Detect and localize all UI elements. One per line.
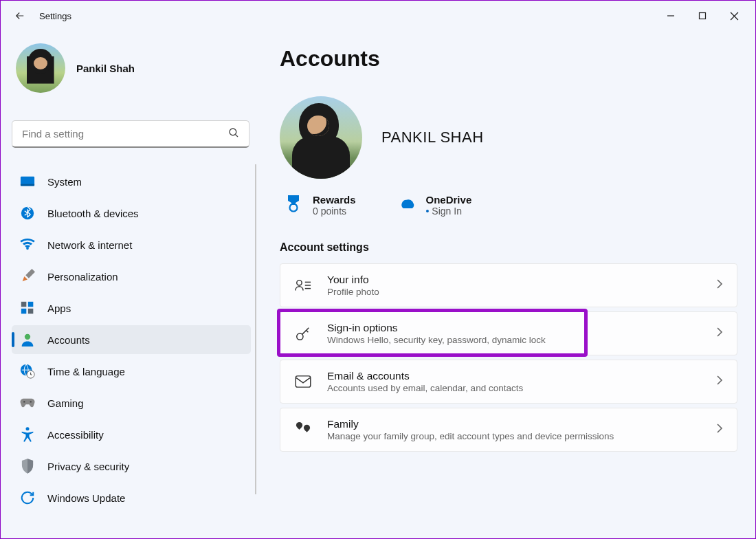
rewards-tile[interactable]: Rewards 0 points [284,194,356,217]
card-sub: Manage your family group, edit account t… [327,431,614,441]
svg-point-18 [297,280,302,285]
back-button[interactable] [6,2,34,30]
sidebar-item-network[interactable]: Network & internet [12,230,251,259]
nav-scrollbar[interactable] [255,164,256,494]
globe-clock-icon [20,364,35,379]
card-title: Sign-in options [327,322,546,334]
page-title: Accounts [280,46,737,72]
svg-rect-1 [700,13,706,19]
sidebar-item-gaming[interactable]: Gaming [12,388,251,417]
rewards-title: Rewards [313,194,356,206]
svg-point-17 [290,204,298,212]
card-sub: Windows Hello, security key, password, d… [327,335,546,345]
sidebar-item-privacy[interactable]: Privacy & security [12,452,251,481]
sidebar-item-personalization[interactable]: Personalization [12,262,251,291]
card-sub: Accounts used by email, calendar, and co… [327,383,523,393]
accessibility-icon [20,427,35,442]
chevron-right-icon [716,423,723,437]
card-signin-options[interactable]: Sign-in options Windows Hello, security … [280,311,737,355]
card-title: Email & accounts [327,370,523,382]
svg-rect-8 [28,302,34,307]
svg-point-15 [30,401,32,402]
account-name: PANKIL SHAH [381,129,484,146]
sidebar-item-label: System [47,176,82,188]
sidebar-item-label: Accounts [47,334,90,346]
profile-name: Pankil Shah [76,63,135,74]
onedrive-tile[interactable]: OneDrive Sign In [397,194,472,217]
sidebar-item-label: Apps [47,302,71,314]
svg-rect-9 [21,309,26,314]
sidebar-item-label: Accessibility [47,429,104,441]
profile-block[interactable]: Pankil Shah [12,43,255,93]
chevron-right-icon [716,278,723,292]
wifi-icon [20,237,35,252]
chevron-right-icon [716,375,723,388]
app-title: Settings [39,11,71,21]
sidebar: Pankil Shah System Bluetooth & devices N… [1,31,255,538]
onedrive-sub: Sign In [426,206,472,217]
search-icon [227,126,240,142]
svg-rect-5 [21,184,34,186]
search-wrap [12,120,249,148]
nav: System Bluetooth & devices Network & int… [12,167,255,512]
sidebar-item-update[interactable]: Windows Update [12,483,251,512]
minimize-icon [667,12,675,20]
key-icon [294,324,312,342]
avatar [16,43,65,93]
sidebar-item-accounts[interactable]: Accounts [12,325,251,354]
person-icon [20,332,35,347]
main: Accounts PANKIL SHAH Rewards 0 points [255,31,755,538]
svg-rect-23 [296,376,311,387]
rewards-icon [284,194,303,213]
svg-point-14 [23,401,25,402]
back-arrow-icon [14,10,26,22]
onedrive-icon [397,194,416,213]
section-label: Account settings [280,241,737,254]
account-header: PANKIL SHAH [280,96,737,179]
svg-rect-10 [28,309,34,314]
maximize-button[interactable] [687,5,718,27]
sidebar-item-label: Personalization [47,271,118,283]
card-sub: Profile photo [327,287,379,297]
system-icon [20,174,35,189]
update-icon [20,490,35,505]
titlebar: Settings [1,1,755,31]
your-info-icon [294,276,312,294]
svg-point-11 [25,334,30,340]
close-button[interactable] [718,5,750,27]
rewards-sub: 0 points [313,206,356,217]
svg-line-3 [235,134,238,137]
sidebar-item-system[interactable]: System [12,167,251,196]
account-avatar [280,96,362,179]
sidebar-item-label: Network & internet [47,239,132,251]
paintbrush-icon [20,269,35,284]
sidebar-item-time[interactable]: Time & language [12,357,251,386]
sidebar-item-label: Time & language [47,366,125,377]
apps-icon [20,300,35,316]
svg-rect-7 [21,302,26,307]
svg-point-16 [26,427,30,430]
sidebar-item-accessibility[interactable]: Accessibility [12,420,251,449]
window-controls [655,5,750,27]
sidebar-item-apps[interactable]: Apps [12,294,251,322]
card-family[interactable]: Family Manage your family group, edit ac… [280,408,737,452]
card-email-accounts[interactable]: Email & accounts Accounts used by email,… [280,360,737,404]
bluetooth-icon [20,206,35,221]
card-title: Family [327,418,614,430]
maximize-icon [698,12,707,20]
sidebar-item-bluetooth[interactable]: Bluetooth & devices [12,199,251,228]
gamepad-icon [20,395,35,410]
status-row: Rewards 0 points OneDrive Sign In [284,194,737,217]
minimize-button[interactable] [655,5,687,27]
sidebar-item-label: Windows Update [47,492,125,504]
sidebar-item-label: Privacy & security [47,461,129,472]
search-input[interactable] [12,120,249,148]
svg-point-2 [230,129,236,135]
close-icon [730,12,739,21]
card-your-info[interactable]: Your info Profile photo [280,263,737,307]
email-icon [294,373,312,390]
chevron-right-icon [716,327,723,340]
shield-icon [20,459,35,474]
family-icon [294,421,312,439]
sidebar-item-label: Gaming [47,397,84,409]
